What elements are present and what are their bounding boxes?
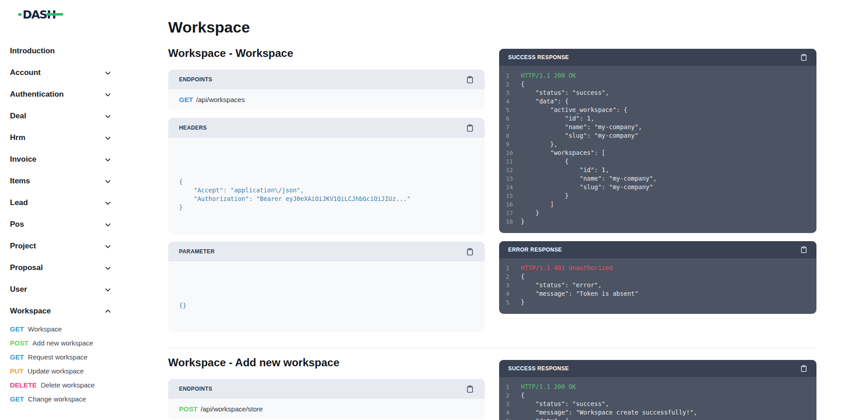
sidebar-endpoint-link[interactable]: DELETE Delete workspace — [10, 378, 149, 392]
sidebar-item-label: User — [10, 285, 27, 294]
card-title: ENDPOINTS — [179, 386, 212, 392]
sidebar-endpoint-link[interactable]: GET Change workspace — [10, 392, 149, 406]
status-line: HTTP/1.1 200 OK — [499, 383, 816, 391]
parameter-code-block: {} — [168, 261, 485, 332]
section-divider — [168, 348, 816, 348]
sidebar-endpoint-link[interactable]: PUT Update workspace — [10, 364, 149, 378]
sidebar-item[interactable]: Introduction — [10, 40, 122, 62]
chevron-down-icon — [104, 265, 111, 271]
endpoint-line: POST/api/workspace/store — [168, 399, 485, 419]
main-content: Workspace Workspace - Workspace ENDPOINT… — [168, 0, 816, 420]
sidebar-item[interactable]: Project — [10, 235, 122, 257]
success-response-panel: SUCCESS RESPONSE HTTP/1.1 200 OK { "stat… — [499, 49, 816, 233]
code-line: } — [179, 203, 474, 212]
endpoint-link-label: Update workspace — [28, 367, 84, 375]
clipboard-icon — [800, 246, 807, 254]
endpoint-path: /api/workspaces — [196, 96, 245, 103]
section-heading: Workspace - Workspace — [168, 47, 485, 60]
sidebar-item[interactable]: Deal — [10, 105, 122, 127]
code-line: "data": { — [499, 97, 816, 106]
http-method-label: PUT — [10, 367, 24, 375]
error-response-panel: ERROR RESPONSE HTTP/1.1 401 Unauthorized… — [499, 241, 816, 314]
sidebar-item[interactable]: Lead — [10, 192, 122, 214]
section1-right: SUCCESS RESPONSE HTTP/1.1 200 OK { "stat… — [499, 42, 816, 314]
code-line: { — [499, 391, 816, 400]
copy-button[interactable] — [800, 53, 807, 61]
sidebar-item-label: Deal — [10, 112, 26, 121]
sidebar-endpoint-link[interactable]: GET Workspace — [10, 322, 149, 336]
section-add-new-workspace: Workspace - Add new workspace ENDPOINTS … — [168, 354, 816, 420]
panel-title: SUCCESS RESPONSE — [508, 54, 569, 61]
endpoint-link-label: Workspace — [28, 325, 62, 333]
response-code-block: HTTP/1.1 200 OK { "status": "success", "… — [499, 66, 816, 233]
section1-left: Workspace - Workspace ENDPOINTS GET/api/… — [168, 42, 485, 332]
chevron-down-icon — [104, 113, 111, 120]
code-line: "Accept": "application\/json", — [179, 186, 474, 195]
section-workspace: Workspace - Workspace ENDPOINTS GET/api/… — [168, 42, 816, 332]
chevron-down-icon — [104, 286, 111, 293]
endpoint-link-label: Delete workspace — [41, 381, 94, 389]
code-line: "id": 1, — [499, 114, 816, 123]
sidebar: DASH Introduction Account Authentication — [0, 0, 149, 420]
sidebar-item-label: Project — [10, 242, 36, 251]
copy-button[interactable] — [466, 247, 474, 256]
sidebar-item[interactable]: User — [10, 279, 122, 300]
chevron-down-icon — [104, 178, 111, 185]
headers-card: HEADERS { "Accept": "application\/json",… — [168, 118, 485, 234]
code-line: }, — [499, 140, 816, 149]
http-method-label: GET — [10, 353, 24, 361]
code-line: "active_workspace": { — [499, 106, 816, 114]
copy-button[interactable] — [466, 385, 474, 393]
sidebar-item[interactable]: Hrm — [10, 127, 122, 149]
sidebar-item[interactable]: Items — [10, 170, 122, 192]
endpoint-line: GET/api/workspaces — [168, 89, 485, 110]
clipboard-icon — [466, 75, 474, 84]
sidebar-item[interactable]: Workspace — [10, 300, 122, 322]
status-line: HTTP/1.1 401 Unauthorized — [499, 264, 816, 272]
sidebar-endpoint-link[interactable]: GET Request workspace — [10, 350, 149, 364]
copy-button[interactable] — [466, 75, 474, 84]
sidebar-nav: Introduction Account Authentication — [10, 40, 122, 322]
clipboard-icon — [800, 364, 807, 373]
panel-title: SUCCESS RESPONSE — [508, 365, 569, 372]
sidebar-endpoint-link[interactable]: POST Add new workspace — [10, 336, 149, 350]
sidebar-item-label: Account — [10, 68, 41, 77]
sidebar-item[interactable]: Account — [10, 62, 122, 84]
sidebar-item-label: Items — [10, 177, 30, 186]
chevron-down-icon — [104, 91, 111, 98]
code-line: ] — [499, 200, 816, 209]
code-line: "status": "error", — [499, 281, 816, 289]
chevron-down-icon — [104, 308, 111, 315]
sidebar-item[interactable]: Invoice — [10, 149, 122, 170]
page-title: Workspace — [168, 18, 816, 36]
sidebar-item-label: Lead — [10, 198, 28, 207]
sidebar-item[interactable]: Authentication — [10, 84, 122, 105]
sidebar-item-label: Introduction — [10, 47, 55, 56]
section2-right: SUCCESS RESPONSE HTTP/1.1 200 OK { "stat… — [499, 354, 816, 420]
code-line: } — [499, 298, 816, 307]
clipboard-icon — [800, 53, 807, 61]
dash-logo: DASH — [18, 7, 63, 21]
parameter-card: PARAMETER {} — [168, 242, 485, 332]
headers-code-block: { "Accept": "application\/json", "Author… — [168, 138, 485, 234]
sidebar-item[interactable]: Proposal — [10, 257, 122, 279]
code-line: "workspaces": [ — [499, 149, 816, 157]
copy-button[interactable] — [466, 124, 474, 132]
code-line: "id": 1, — [499, 166, 816, 174]
copy-button[interactable] — [800, 246, 807, 254]
success-response-panel: SUCCESS RESPONSE HTTP/1.1 200 OK { "stat… — [499, 360, 816, 420]
sidebar-item-label: Proposal — [10, 263, 43, 272]
panel-title: ERROR RESPONSE — [508, 247, 562, 253]
response-code-block: HTTP/1.1 401 Unauthorized { "status": "e… — [499, 258, 816, 314]
http-method-label: DELETE — [10, 381, 37, 389]
card-title: PARAMETER — [179, 248, 215, 255]
sidebar-item[interactable]: Pos — [10, 214, 122, 235]
copy-button[interactable] — [800, 364, 807, 373]
endpoints-card: ENDPOINTS POST/api/workspace/store — [168, 379, 485, 419]
sidebar-item-label: Invoice — [10, 155, 37, 164]
http-method-label: GET — [10, 395, 24, 403]
code-line: "slug": "my-company" — [499, 183, 816, 191]
sidebar-item-label: Hrm — [10, 133, 25, 142]
code-line: "message": "Workspace create successfull… — [499, 408, 816, 417]
http-method-label: GET — [10, 325, 24, 333]
